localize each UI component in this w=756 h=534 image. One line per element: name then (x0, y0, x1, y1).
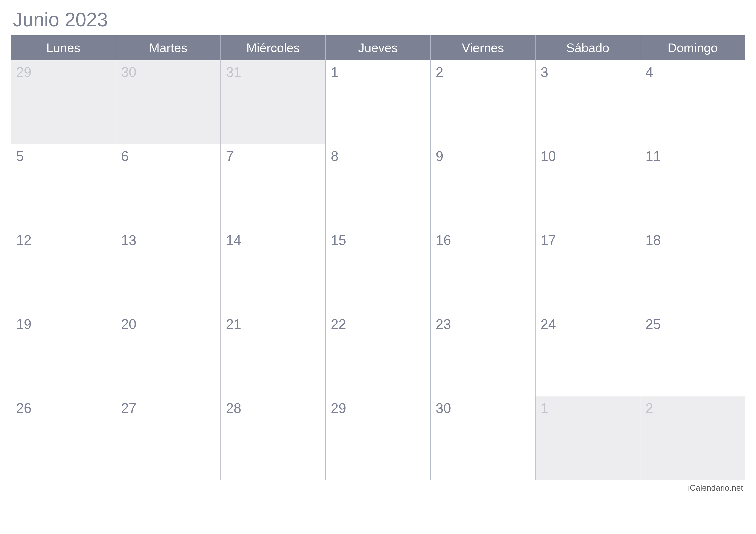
calendar-week-row: 262728293012 (11, 396, 745, 480)
day-cell: 29 (326, 396, 431, 480)
day-cell: 21 (221, 312, 326, 396)
day-number: 2 (436, 64, 444, 80)
day-cell: 2 (640, 396, 745, 480)
day-cell: 29 (11, 60, 116, 144)
day-cell: 30 (116, 60, 221, 144)
day-cell: 11 (640, 144, 745, 228)
day-cell: 1 (535, 396, 640, 480)
day-number: 29 (16, 64, 32, 80)
day-number: 12 (16, 232, 32, 248)
day-number: 29 (331, 400, 346, 416)
calendar-body: 2930311234567891011121314151617181920212… (11, 60, 745, 480)
calendar-title: Junio 2023 (11, 9, 745, 31)
footer-credit: iCalendario.net (11, 483, 745, 493)
day-number: 1 (541, 400, 549, 416)
day-cell: 3 (535, 60, 640, 144)
day-cell: 10 (535, 144, 640, 228)
day-number: 19 (16, 317, 32, 332)
day-number: 7 (226, 148, 233, 164)
day-number: 17 (541, 232, 556, 248)
calendar-week-row: 2930311234 (11, 60, 745, 144)
day-number: 1 (331, 64, 338, 80)
weekday-header: Viernes (430, 35, 535, 60)
day-cell: 9 (430, 144, 535, 228)
weekday-header: Jueves (326, 35, 431, 60)
day-number: 28 (226, 400, 241, 416)
day-cell: 28 (221, 396, 326, 480)
day-cell: 13 (116, 228, 221, 312)
calendar-week-row: 12131415161718 (11, 228, 745, 312)
day-number: 24 (541, 317, 556, 332)
day-number: 27 (121, 400, 136, 416)
day-cell: 19 (11, 312, 116, 396)
day-number: 21 (226, 317, 241, 332)
day-cell: 7 (221, 144, 326, 228)
day-cell: 22 (326, 312, 431, 396)
day-number: 26 (16, 400, 32, 416)
day-number: 2 (645, 400, 653, 416)
day-cell: 14 (221, 228, 326, 312)
day-cell: 12 (11, 228, 116, 312)
day-number: 9 (436, 148, 444, 164)
weekday-header: Sábado (535, 35, 640, 60)
day-number: 15 (331, 232, 346, 248)
day-cell: 26 (11, 396, 116, 480)
calendar-week-row: 567891011 (11, 144, 745, 228)
day-cell: 25 (640, 312, 745, 396)
day-cell: 8 (326, 144, 431, 228)
day-number: 10 (541, 148, 556, 164)
day-number: 8 (331, 148, 338, 164)
day-cell: 15 (326, 228, 431, 312)
day-number: 4 (645, 64, 653, 80)
day-cell: 5 (11, 144, 116, 228)
day-number: 20 (121, 317, 136, 332)
day-cell: 17 (535, 228, 640, 312)
day-cell: 30 (430, 396, 535, 480)
day-cell: 20 (116, 312, 221, 396)
calendar-grid: Lunes Martes Miércoles Jueves Viernes Sá… (11, 35, 745, 480)
day-cell: 6 (116, 144, 221, 228)
day-cell: 27 (116, 396, 221, 480)
day-number: 25 (645, 317, 661, 332)
day-number: 16 (436, 232, 451, 248)
weekday-header: Lunes (11, 35, 116, 60)
day-number: 3 (541, 64, 549, 80)
day-number: 13 (121, 232, 136, 248)
day-number: 11 (645, 148, 661, 164)
day-number: 30 (121, 64, 136, 80)
day-number: 18 (645, 232, 661, 248)
day-cell: 16 (430, 228, 535, 312)
calendar-week-row: 19202122232425 (11, 312, 745, 396)
day-number: 31 (226, 64, 241, 80)
day-number: 14 (226, 232, 241, 248)
day-cell: 2 (430, 60, 535, 144)
day-number: 6 (121, 148, 129, 164)
day-cell: 24 (535, 312, 640, 396)
day-cell: 4 (640, 60, 745, 144)
day-number: 30 (436, 400, 451, 416)
day-cell: 23 (430, 312, 535, 396)
weekday-header: Miércoles (221, 35, 326, 60)
day-number: 23 (436, 317, 451, 332)
day-cell: 18 (640, 228, 745, 312)
weekday-header-row: Lunes Martes Miércoles Jueves Viernes Sá… (11, 35, 745, 60)
day-number: 5 (16, 148, 24, 164)
day-cell: 31 (221, 60, 326, 144)
day-cell: 1 (326, 60, 431, 144)
day-number: 22 (331, 317, 346, 332)
weekday-header: Domingo (640, 35, 745, 60)
weekday-header: Martes (116, 35, 221, 60)
